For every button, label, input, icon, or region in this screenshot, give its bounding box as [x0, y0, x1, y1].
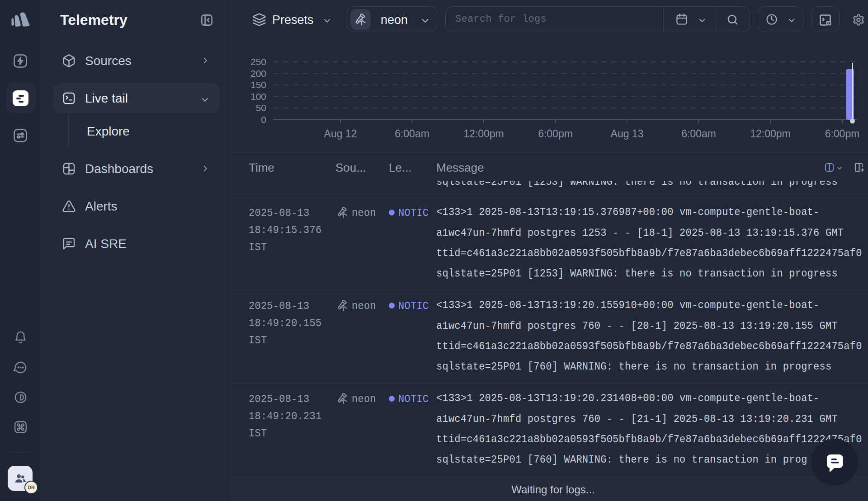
svg-text:12:00pm: 12:00pm [750, 128, 791, 140]
svg-text:6:00am: 6:00am [395, 128, 429, 140]
svg-text:6:00pm: 6:00pm [538, 128, 573, 140]
svg-text:Aug 12: Aug 12 [324, 128, 357, 140]
svg-text:Aug 13: Aug 13 [611, 128, 644, 140]
svg-text:12:00pm: 12:00pm [463, 128, 504, 140]
svg-text:150: 150 [250, 80, 266, 90]
svg-text:200: 200 [250, 68, 266, 79]
svg-text:0: 0 [261, 114, 266, 125]
svg-text:50: 50 [256, 103, 266, 113]
svg-text:250: 250 [250, 56, 266, 67]
svg-text:6:00pm: 6:00pm [825, 128, 860, 140]
svg-text:100: 100 [250, 91, 266, 102]
svg-text:6:00am: 6:00am [681, 128, 716, 140]
